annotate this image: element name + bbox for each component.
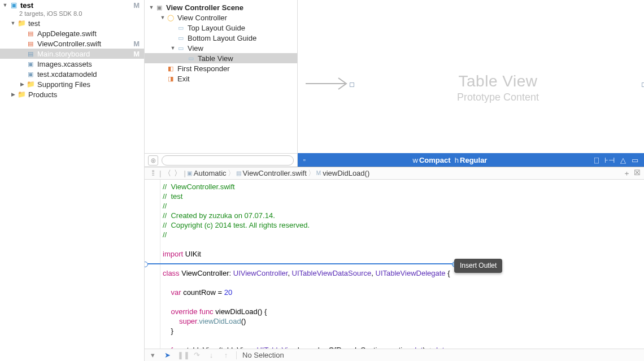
align-icon[interactable]: ⎕ [594,156,599,164]
document-outline: ▼ ▣ View Controller Scene ▼ ◯ View Contr… [145,0,298,167]
assistant-editor[interactable]: // ViewController.swift // test // // Cr… [145,180,644,349]
xcassets-icon: ▣ [26,60,35,68]
pin-constraints-icon[interactable]: ⊦⊣ [604,156,615,164]
resizing-icon[interactable]: ▭ [632,156,638,164]
tableview-object[interactable]: Table View Prototype Content [352,0,644,153]
ib-canvas[interactable]: Table View Prototype Content [298,0,644,153]
folder-icon: 📁 [17,90,26,98]
target-icon: ▣ [187,170,192,176]
nav-item-products[interactable]: ▶ 📁 Products [0,89,144,99]
nav-item-appdelegate[interactable]: ▤ AppDelegate.swift [0,28,144,38]
related-items-icon[interactable]: ⦙⦙ [148,169,158,178]
outline-view[interactable]: ▼ ▭ View [145,43,297,53]
breakpoint-icon[interactable]: ➤ [163,351,172,359]
folder-icon: 📁 [17,19,26,27]
step-into-icon[interactable]: ↓ [207,351,216,359]
outline-viewcontroller[interactable]: ▼ ◯ View Controller [145,12,297,23]
outlet-insertion-indicator [145,263,455,264]
storyboard-file-icon: ▤ [26,50,35,58]
pause-icon[interactable]: ❚❚ [177,351,186,359]
layout-guide-icon: ▭ [176,24,185,32]
method-icon: M [316,170,321,176]
pin-icon[interactable]: ▫ [298,156,311,164]
tableview-subtitle: Prototype Content [352,92,644,103]
nav-item-viewcontroller[interactable]: ▤ ViewController.swift M [0,38,144,49]
size-class-bar[interactable]: ▫ wCompact hRegular ⎕ ⊦⊣ △ ▭ [298,153,644,167]
outline-exit[interactable]: ◨ Exit [145,73,297,84]
forward-icon[interactable]: 〉 [172,168,182,179]
swift-file-icon: ▤ [236,170,241,176]
first-responder-icon: ◧ [166,65,175,72]
nav-project-subtitle: 2 targets, iOS SDK 8.0 [0,10,144,18]
scene-icon: ▣ [155,4,164,11]
filter-button[interactable]: ◎ [148,155,158,166]
folder-icon: 📁 [26,80,35,88]
exit-icon: ◨ [166,75,175,82]
source-code[interactable]: // ViewController.swift // test // // Cr… [163,182,644,349]
outline-first-responder[interactable]: ◧ First Responder [145,63,297,73]
nav-item-xcdatamodel[interactable]: ▣ test.xcdatamodeld [0,69,144,79]
resolve-icon[interactable]: △ [620,156,626,164]
crumb-method[interactable]: MviewDidLoad() [316,169,369,177]
nav-project[interactable]: ▼ ▣ test M [0,0,144,10]
nav-item-images[interactable]: ▣ Images.xcassets [0,59,144,69]
debug-bar: ▾ ➤ ❚❚ ↷ ↓ ↑ No Selection [145,349,644,361]
back-icon[interactable]: 〈 [162,168,172,179]
outline-tableview[interactable]: ▭ Table View [145,53,297,63]
debug-no-selection: No Selection [242,351,284,359]
viewcontroller-icon: ◯ [166,14,175,21]
step-over-icon[interactable]: ↷ [192,351,201,359]
assistant-jump-bar[interactable]: ⦙⦙ | 〈 〉 | ▣Automatic 〉 ▤ViewController.… [145,167,644,180]
entry-arrow-icon [306,77,351,90]
outline-bottom-layout-guide[interactable]: ▭ Bottom Layout Guide [145,33,297,43]
crumb-file[interactable]: ▤ViewController.swift [236,169,307,177]
layout-guide-icon: ▭ [176,34,185,42]
outline-scene[interactable]: ▼ ▣ View Controller Scene [145,2,297,12]
outline-top-layout-guide[interactable]: ▭ Top Layout Guide [145,23,297,33]
swift-file-icon: ▤ [26,40,35,47]
insert-outlet-tooltip: Insert Outlet [454,259,502,273]
project-icon: ▣ [9,1,18,9]
nav-item-supporting-files[interactable]: ▶ 📁 Supporting Files [0,79,144,89]
nav-item-storyboard[interactable]: ▤ Main.storyboard M [0,49,144,59]
project-navigator: ▼ ▣ test M 2 targets, iOS SDK 8.0 ▼ 📁 te… [0,0,145,361]
debug-toggle-icon[interactable]: ▾ [148,351,157,359]
tableview-title: Table View [352,72,644,90]
crumb-automatic[interactable]: ▣Automatic [187,169,227,177]
nav-item-test-folder[interactable]: ▼ 📁 test [0,18,144,28]
tableview-icon: ▭ [186,55,195,62]
swift-file-icon: ▤ [26,30,35,37]
outline-filter-input[interactable] [162,155,294,166]
xcdatamodel-icon: ▣ [26,71,35,78]
close-assistant-icon[interactable]: ☒ [634,168,641,179]
step-out-icon[interactable]: ↑ [221,351,230,359]
add-assistant-icon[interactable]: ＋ [623,168,630,179]
view-icon: ▭ [176,45,185,52]
